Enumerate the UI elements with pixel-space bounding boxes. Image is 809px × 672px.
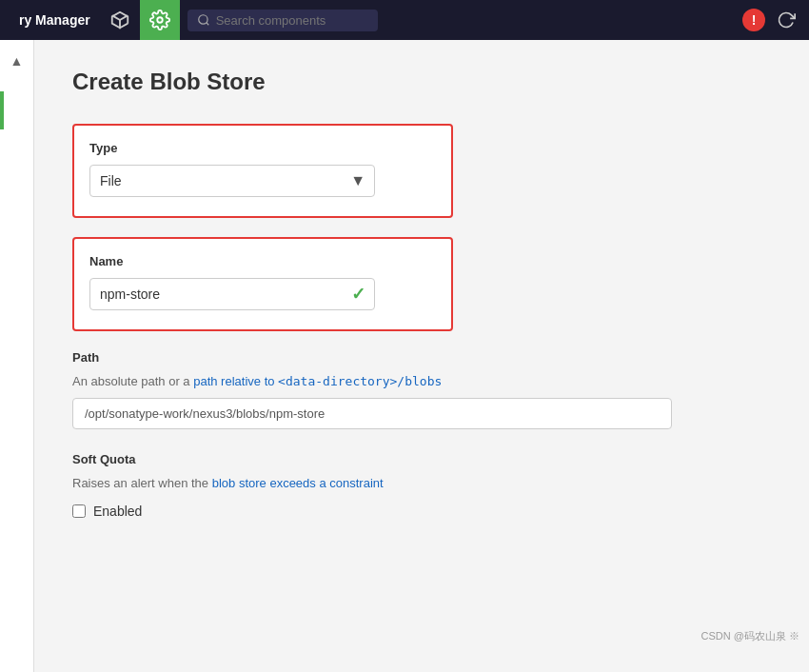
svg-point-1 xyxy=(157,17,163,23)
topbar-right: ! xyxy=(742,7,799,33)
path-code: <data-directory>/blobs xyxy=(278,374,442,388)
type-select-wrapper: File S3 ▼ xyxy=(89,165,375,197)
search-icon xyxy=(197,13,210,27)
type-select[interactable]: File S3 xyxy=(89,165,375,197)
topbar: ry Manager ! xyxy=(0,0,809,40)
path-label: Path xyxy=(72,350,720,365)
path-description: An absolute path or a path relative to <… xyxy=(72,374,720,388)
cube-icon-button[interactable] xyxy=(100,0,140,40)
search-box xyxy=(187,10,378,31)
layout: ▲ Create Blob Store Type File S3 ▼ Name … xyxy=(0,40,809,672)
soft-quota-description: Raises an alert when the blob store exce… xyxy=(72,476,720,490)
page-title: Create Blob Store xyxy=(72,69,771,95)
check-icon: ✓ xyxy=(351,284,365,305)
enabled-checkbox-row: Enabled xyxy=(72,504,720,519)
name-input-wrapper: ✓ xyxy=(89,278,375,310)
app-title: ry Manager xyxy=(10,12,100,28)
enabled-checkbox[interactable] xyxy=(72,504,86,518)
soft-quota-section: Soft Quota Raises an alert when the blob… xyxy=(72,452,720,519)
name-input[interactable] xyxy=(89,278,375,310)
type-section: Type File S3 ▼ xyxy=(72,124,453,218)
soft-quota-desc-text1: Raises an alert when the xyxy=(72,476,212,490)
path-section: Path An absolute path or a path relative… xyxy=(72,350,720,429)
name-section: Name ✓ xyxy=(72,237,453,331)
svg-point-2 xyxy=(198,15,207,24)
path-input[interactable] xyxy=(72,398,672,429)
soft-quota-label: Soft Quota xyxy=(72,452,720,466)
alert-icon[interactable]: ! xyxy=(742,9,765,31)
path-desc-text1: An absolute path or a xyxy=(72,374,193,388)
soft-quota-link[interactable]: blob store exceeds a constraint xyxy=(212,476,384,490)
svg-line-3 xyxy=(206,23,208,26)
sidebar-active-indicator xyxy=(0,91,4,129)
name-label: Name xyxy=(89,254,436,268)
sidebar-collapse-button[interactable]: ▲ xyxy=(7,49,28,72)
search-input[interactable] xyxy=(216,13,368,28)
gear-icon-button[interactable] xyxy=(140,0,180,40)
main-content: Create Blob Store Type File S3 ▼ Name ✓ … xyxy=(34,40,809,672)
type-label: Type xyxy=(89,141,436,155)
sidebar: ▲ xyxy=(0,40,34,672)
enabled-label: Enabled xyxy=(93,504,142,519)
path-relative-link[interactable]: path relative to xyxy=(193,374,274,388)
refresh-button[interactable] xyxy=(773,7,799,33)
watermark: CSDN @码农山泉 ※ xyxy=(701,629,799,643)
